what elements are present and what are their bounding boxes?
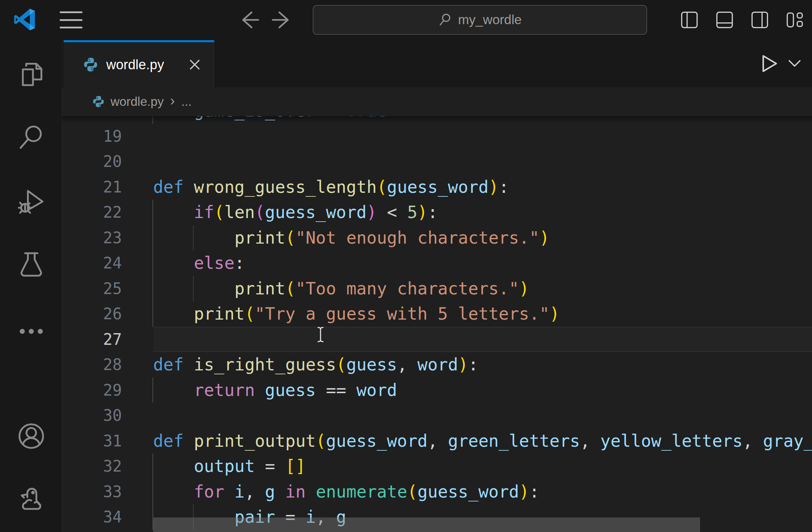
- tab-wordle-py[interactable]: wordle.py: [64, 40, 214, 87]
- vscode-logo-icon: [14, 9, 36, 31]
- code-line[interactable]: 18 game_is_over = True: [62, 116, 812, 124]
- testing-icon[interactable]: [0, 237, 62, 291]
- run-button[interactable]: [760, 54, 779, 74]
- line-number[interactable]: 25: [62, 276, 153, 302]
- line-content: output = []: [153, 454, 306, 479]
- code-line[interactable]: 19: [62, 124, 812, 149]
- code-line[interactable]: 29 return guess == word: [62, 378, 812, 403]
- python-file-icon: [92, 95, 105, 108]
- line-content: def print_output(guess_word, green_lette…: [153, 428, 812, 454]
- code-line[interactable]: 26 print("Try a guess with 5 letters."): [62, 301, 812, 327]
- code-lines: 18 game_is_over = True192021def wrong_gu…: [62, 116, 812, 530]
- line-number[interactable]: 24: [62, 250, 153, 276]
- line-number[interactable]: 18: [62, 116, 153, 124]
- breadcrumb-more[interactable]: ...: [181, 94, 192, 109]
- code-line[interactable]: 31def print_output(guess_word, green_let…: [62, 428, 812, 454]
- line-number[interactable]: 21: [62, 174, 153, 200]
- line-content: def is_right_guess(guess, word):: [153, 352, 478, 378]
- line-number[interactable]: 19: [62, 124, 153, 149]
- back-icon[interactable]: [237, 9, 260, 31]
- line-number[interactable]: 30: [62, 403, 153, 428]
- menu-icon[interactable]: [60, 11, 82, 29]
- code-line[interactable]: 21def wrong_guess_length(guess_word):: [62, 174, 812, 200]
- search-sidebar-icon[interactable]: [0, 111, 62, 164]
- line-number[interactable]: 34: [62, 504, 153, 530]
- line-content: print("Too many characters."): [153, 276, 529, 302]
- more-extensions-icon[interactable]: [0, 305, 62, 358]
- tab-bar: wordle.py: [62, 40, 812, 87]
- line-number[interactable]: 27: [62, 327, 153, 352]
- line-content: if(len(guess_word) < 5):: [153, 200, 438, 225]
- line-number[interactable]: 33: [62, 479, 153, 505]
- toggle-primary-sidebar-icon[interactable]: [680, 11, 699, 29]
- line-content: for i, g in enumerate(guess_word):: [153, 479, 539, 505]
- line-number[interactable]: 26: [62, 301, 153, 327]
- code-line[interactable]: 33 for i, g in enumerate(guess_word):: [62, 479, 812, 505]
- line-content: else:: [153, 250, 244, 276]
- line-content: print("Try a guess with 5 letters."): [153, 301, 560, 327]
- editor-group: wordle.py wordle.py › ...: [62, 40, 812, 532]
- line-number[interactable]: 31: [62, 428, 153, 454]
- line-number[interactable]: 28: [62, 352, 153, 378]
- code-line[interactable]: 27: [62, 327, 812, 352]
- activity-bar: [0, 40, 62, 532]
- vscode-window: my_wordle: [0, 0, 812, 532]
- search-icon: [438, 13, 452, 27]
- line-number[interactable]: 22: [62, 200, 153, 225]
- command-center-label: my_wordle: [458, 12, 522, 27]
- code-line[interactable]: 28def is_right_guess(guess, word):: [62, 352, 812, 378]
- code-line[interactable]: 22 if(len(guess_word) < 5):: [62, 200, 812, 225]
- line-content: return guess == word: [153, 378, 397, 403]
- breadcrumb: wordle.py › ...: [62, 87, 812, 116]
- command-center-search[interactable]: my_wordle: [313, 5, 647, 35]
- text-cursor-pointer: [317, 326, 324, 343]
- line-number[interactable]: 20: [62, 149, 153, 174]
- code-line[interactable]: 25 print("Too many characters."): [62, 276, 812, 302]
- account-icon[interactable]: [0, 409, 62, 463]
- forward-icon[interactable]: [271, 9, 294, 31]
- python-environments-icon[interactable]: [0, 473, 62, 526]
- code-editor[interactable]: 18 game_is_over = True192021def wrong_gu…: [62, 116, 812, 532]
- chevron-right-icon: ›: [170, 93, 175, 109]
- line-content: print("Not enough characters."): [153, 225, 549, 251]
- python-file-icon: [83, 57, 98, 72]
- breadcrumb-file[interactable]: wordle.py: [111, 94, 164, 109]
- code-line[interactable]: 30: [62, 403, 812, 428]
- line-content: def wrong_guess_length(guess_word):: [153, 174, 509, 200]
- code-line[interactable]: 20: [62, 149, 812, 174]
- title-bar: my_wordle: [0, 0, 812, 40]
- line-content: game_is_over = True: [153, 116, 387, 124]
- code-line[interactable]: 23 print("Not enough characters."): [62, 225, 812, 251]
- run-and-debug-icon[interactable]: [0, 174, 62, 228]
- code-line[interactable]: 32 output = []: [62, 454, 812, 479]
- line-number[interactable]: 29: [62, 378, 153, 403]
- tab-label: wordle.py: [106, 57, 164, 72]
- code-line[interactable]: 24 else:: [62, 250, 812, 276]
- close-icon[interactable]: [188, 58, 202, 72]
- explorer-icon[interactable]: [0, 47, 62, 101]
- line-number[interactable]: 32: [62, 454, 153, 479]
- run-dropdown-icon[interactable]: [786, 57, 803, 70]
- toggle-secondary-sidebar-icon[interactable]: [751, 11, 769, 29]
- line-number[interactable]: 23: [62, 225, 153, 251]
- horizontal-scrollbar[interactable]: [153, 517, 700, 532]
- customize-layout-icon[interactable]: [786, 11, 804, 29]
- toggle-panel-icon[interactable]: [715, 11, 734, 29]
